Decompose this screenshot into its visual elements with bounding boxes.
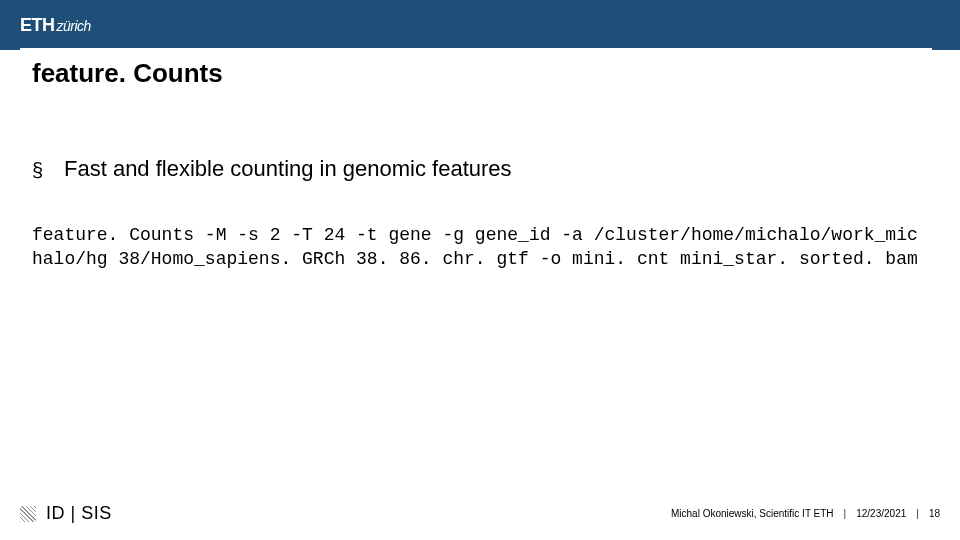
bullet-marker: §	[32, 155, 50, 182]
eth-logo-sub: zürich	[57, 18, 91, 34]
footer-author: Michal Okoniewski, Scientific IT ETH	[671, 508, 834, 519]
header-band: ETHzürich	[0, 0, 960, 50]
footer-date: 12/23/2021	[856, 508, 906, 519]
footer-page-number: 18	[929, 508, 940, 519]
slide-body: § Fast and flexible counting in genomic …	[32, 155, 928, 271]
seal-icon	[20, 506, 36, 522]
title-box: feature. Counts	[20, 48, 932, 99]
code-block: feature. Counts -M -s 2 -T 24 -t gene -g…	[32, 223, 928, 272]
slide-title: feature. Counts	[32, 58, 920, 89]
footer-org-label: ID | SIS	[46, 503, 112, 524]
eth-logo-main: ETH	[20, 15, 55, 35]
slide-root: ETHzürich feature. Counts § Fast and fle…	[0, 0, 960, 540]
bullet-text: Fast and flexible counting in genomic fe…	[64, 155, 512, 183]
eth-logo: ETHzürich	[20, 15, 91, 36]
footer-right: Michal Okoniewski, Scientific IT ETH | 1…	[671, 508, 940, 519]
footer-separator-2: |	[916, 508, 919, 519]
footer-separator-1: |	[844, 508, 847, 519]
slide-footer: ID | SIS Michal Okoniewski, Scientific I…	[20, 503, 940, 524]
bullet-item: § Fast and flexible counting in genomic …	[32, 155, 928, 183]
footer-left: ID | SIS	[20, 503, 112, 524]
